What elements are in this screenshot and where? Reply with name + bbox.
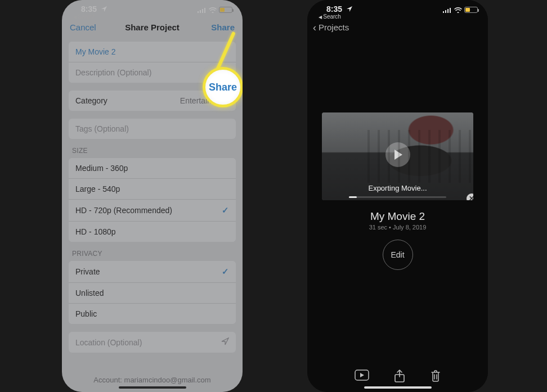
status-right-cluster [443,7,478,13]
size-option[interactable]: HD - 1080p [69,222,236,242]
tags-field[interactable]: Tags (Optional) [69,119,236,139]
svg-rect-0 [198,11,199,13]
svg-rect-3 [204,8,205,13]
tags-card: Tags (Optional) [69,119,236,139]
checkmark-icon: ✓ [222,205,229,215]
location-card: Location (Optional) [69,332,236,353]
size-header: SIZE [69,147,236,158]
account-footer: Account: mariamcindoo@gmail.com [62,376,243,384]
share-nav-bar: Cancel Share Project Share [62,19,243,36]
phone-left-share-project: 8:35 Search [62,0,243,392]
privacy-option-label: Private [75,267,100,276]
project-meta: 31 sec • July 8, 2019 [322,224,473,231]
screen: 8:35 Search [62,0,243,392]
export-status-label: Exporting Movie... [322,184,473,192]
status-bar: 8:35 Search [307,0,488,19]
location-field[interactable]: Location (Optional) [69,332,236,353]
project-thumbnail[interactable]: Exporting Movie... ✕ [322,112,473,200]
annotation-highlight-share: Share [203,67,243,107]
home-indicator[interactable] [119,386,186,389]
battery-fill [465,8,470,12]
back-to-projects[interactable]: ‹ Projects [313,19,349,36]
edit-button[interactable]: Edit [383,240,413,270]
back-label: Projects [319,19,349,36]
privacy-option[interactable]: Unlisted [69,283,236,304]
phone-right-projects: 8:35 Search [307,0,488,392]
size-option-label: Medium - 360p [75,164,128,173]
privacy-options: Private✓UnlistedPublic [69,261,236,324]
svg-rect-5 [445,10,446,13]
project-title: My Movie 2 [322,210,473,223]
share-icon[interactable] [394,370,405,383]
status-right-cluster [198,7,232,13]
export-progress-fill [349,196,357,198]
size-options: Medium - 360pLarge - 540pHD - 720p (Reco… [69,158,236,242]
size-option[interactable]: HD - 720p (Recommended)✓ [69,200,236,222]
svg-rect-2 [202,9,203,13]
export-progress-track [349,196,446,198]
svg-rect-4 [443,11,444,13]
trash-icon[interactable] [430,370,441,383]
category-label: Category [75,96,107,105]
privacy-option-label: Unlisted [75,289,104,298]
location-services-icon [101,6,107,12]
nav-title: Share Project [125,22,180,32]
size-option[interactable]: Large - 540p [69,179,236,200]
wifi-icon [209,7,217,13]
svg-rect-1 [200,10,201,13]
home-indicator[interactable] [364,386,432,389]
checkmark-icon: ✓ [222,267,229,277]
cancel-button[interactable]: Cancel [70,19,96,36]
chevron-left-icon: ‹ [313,20,316,35]
privacy-option[interactable]: Public [69,304,236,324]
privacy-header: PRIVACY [69,250,236,261]
privacy-option-label: Public [75,309,97,318]
size-option-label: HD - 720p (Recommended) [75,206,172,215]
status-time: 8:35 [81,4,97,13]
location-services-icon [347,6,352,12]
battery-icon [464,7,478,13]
battery-icon [219,7,232,13]
status-time: 8:35 [326,4,342,13]
project-detail: Exporting Movie... ✕ My Movie 2 31 sec •… [322,112,473,270]
location-placeholder: Location (Optional) [75,338,142,347]
projects-nav-bar: ‹ Projects [307,19,488,36]
svg-rect-6 [447,9,449,13]
battery-fill [220,8,225,12]
cellular-icon [443,7,452,13]
edit-label: Edit [391,250,404,259]
size-option-label: HD - 1080p [75,227,116,236]
screen: 8:35 Search [307,0,488,392]
wifi-icon [454,7,462,13]
location-arrow-icon [221,337,229,347]
cellular-icon [198,7,207,13]
size-option-label: Large - 540p [75,184,120,193]
annotation-highlight-label: Share [209,82,237,93]
size-option[interactable]: Medium - 360p [69,158,236,179]
bottom-toolbar [307,370,488,383]
svg-rect-7 [450,8,451,13]
privacy-option[interactable]: Private✓ [69,261,236,283]
cancel-export-button[interactable]: ✕ [467,193,473,200]
status-bar: 8:35 Search [62,0,243,19]
play-overlay-icon[interactable] [385,142,410,167]
play-icon[interactable] [355,370,369,383]
title-field[interactable]: My Movie 2 [69,42,236,62]
